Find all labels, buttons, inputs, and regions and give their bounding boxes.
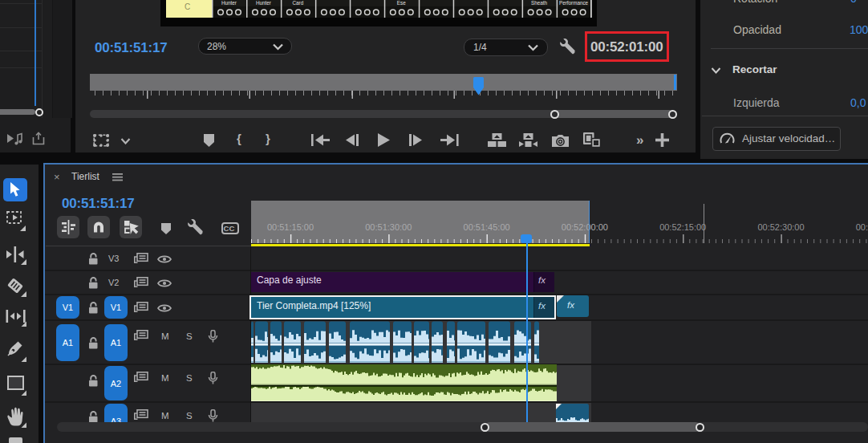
svg-text:00:52:30:00: 00:52:30:00 (757, 222, 804, 232)
svg-text:Card: Card (292, 0, 303, 6)
svg-text:00:51:30:00: 00:51:30:00 (365, 222, 412, 232)
svg-text:00:52:15:00: 00:52:15:00 (659, 222, 706, 232)
svg-text:Performance: Performance (559, 0, 589, 6)
svg-text:00:51:45:00: 00:51:45:00 (464, 222, 510, 232)
svg-text:00:52:00:00: 00:52:00:00 (562, 222, 608, 232)
svg-text:Ese: Ese (396, 0, 405, 6)
svg-text:Hunter: Hunter (221, 0, 237, 6)
svg-text:00:52:45:00: 00:52:45:00 (856, 222, 868, 232)
svg-text:Hunter: Hunter (256, 0, 271, 6)
svg-text:00:51:15:00: 00:51:15:00 (267, 222, 314, 232)
svg-text:Sheath: Sheath (531, 0, 547, 6)
